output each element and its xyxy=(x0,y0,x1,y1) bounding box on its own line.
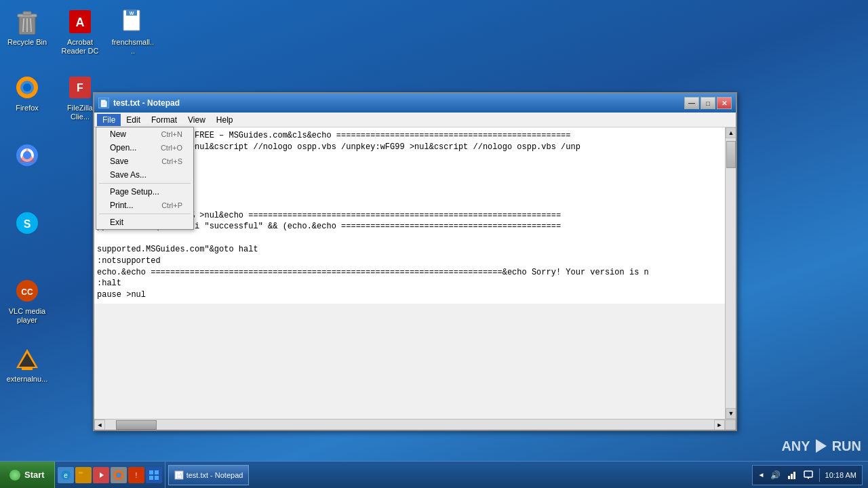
svg-rect-40 xyxy=(155,476,159,480)
menu-item-exit[interactable]: Exit xyxy=(96,216,193,229)
ccleaner-icon: CC xyxy=(14,277,41,304)
svg-line-3 xyxy=(23,18,24,32)
taskbar-media-icon[interactable] xyxy=(93,467,109,483)
tray-volume-icon[interactable]: 🔊 xyxy=(770,470,781,481)
minimize-button[interactable]: — xyxy=(684,97,699,109)
svg-marker-47 xyxy=(807,477,810,479)
svg-point-34 xyxy=(116,472,121,478)
scroll-thumb-h[interactable] xyxy=(116,420,157,430)
taskbar-right: ◄ 🔊 10:18 AM xyxy=(747,465,868,485)
desktop-icon-recycle-bin[interactable]: Recycle Bin xyxy=(3,5,52,49)
svg-rect-38 xyxy=(155,470,159,474)
svg-rect-29 xyxy=(79,473,88,480)
svg-text:W: W xyxy=(130,11,134,16)
svg-point-13 xyxy=(23,83,31,92)
start-button[interactable]: Start xyxy=(0,462,55,489)
tray-expand-icon[interactable]: ◄ xyxy=(758,471,765,479)
frenchsmall-icon: W xyxy=(119,8,146,35)
tray-divider xyxy=(819,468,820,482)
taskbar-security-icon[interactable]: ! xyxy=(128,467,144,483)
chrome-icon xyxy=(14,142,41,169)
frenchsmall-label: frenchsmall.... xyxy=(111,38,155,56)
menu-item-print[interactable]: Print... Ctrl+P xyxy=(96,199,193,212)
svg-text:CC: CC xyxy=(21,287,33,297)
vlc-label: externalnu... xyxy=(7,375,48,384)
scroll-right-button[interactable]: ► xyxy=(714,420,725,430)
recycle-bin-icon xyxy=(14,8,41,35)
tray-action-center-icon[interactable] xyxy=(803,470,814,481)
firefox-icon xyxy=(14,74,41,101)
svg-marker-26 xyxy=(816,439,827,453)
menu-view[interactable]: View xyxy=(182,114,211,126)
taskbar-notepad-button[interactable]: 📄 test.txt - Notepad xyxy=(168,465,250,485)
menu-item-save[interactable]: Save Ctrl+S xyxy=(96,155,193,168)
desktop-icon-acrobat[interactable]: A Acrobat Reader DC xyxy=(56,5,104,58)
taskbar-folder-icon[interactable] xyxy=(75,467,92,483)
menu-help[interactable]: Help xyxy=(211,114,239,126)
menu-item-new[interactable]: New Ctrl+N xyxy=(96,127,193,141)
clock[interactable]: 10:18 AM xyxy=(825,471,856,479)
recycle-bin-label: Recycle Bin xyxy=(7,38,47,47)
svg-text:e: e xyxy=(64,472,68,479)
desktop-icon-ccleaner[interactable]: CC VLC media player xyxy=(3,274,52,327)
desktop-icon-vlc[interactable]: externalnu... xyxy=(3,342,52,386)
close-button[interactable]: ✕ xyxy=(717,97,732,109)
anyrun-play-icon xyxy=(813,438,829,454)
taskbar: Start e ! 📄 t xyxy=(0,461,868,488)
menu-separator-2 xyxy=(99,214,191,214)
menu-item-open[interactable]: Open... Ctrl+O xyxy=(96,141,193,155)
window-controls: — □ ✕ xyxy=(684,97,732,109)
menu-format[interactable]: Format xyxy=(146,114,182,126)
vlc-icon xyxy=(14,345,41,372)
menubar: File Edit Format View Help xyxy=(94,113,736,127)
svg-rect-39 xyxy=(149,476,153,480)
desktop: Recycle Bin A Acrobat Reader DC W french… xyxy=(0,0,868,488)
svg-rect-46 xyxy=(804,471,812,477)
menu-separator-1 xyxy=(99,183,191,184)
svg-text:A: A xyxy=(76,16,85,29)
menu-edit[interactable]: Edit xyxy=(121,114,146,126)
taskbar-items: 📄 test.txt - Notepad xyxy=(165,462,747,488)
svg-text:!: ! xyxy=(135,472,137,479)
desktop-icon-chrome[interactable] xyxy=(3,139,52,174)
file-dropdown-menu: New Ctrl+N Open... Ctrl+O Save Ctrl+S Sa… xyxy=(96,127,194,230)
acrobat-icon: A xyxy=(66,8,94,35)
skype-icon: S xyxy=(14,209,41,237)
acrobat-label: Acrobat Reader DC xyxy=(58,38,102,56)
notepad-title-icon: 📄 xyxy=(98,98,109,108)
tray-network-icon[interactable] xyxy=(787,470,797,481)
anyrun-run-label: RUN xyxy=(832,439,861,454)
ccleaner-label: VLC media player xyxy=(5,307,49,325)
anyrun-label: ANY xyxy=(781,439,810,454)
filezilla-icon: F xyxy=(66,74,94,101)
desktop-icon-frenchsmall[interactable]: W frenchsmall.... xyxy=(108,5,157,58)
scroll-up-button[interactable]: ▲ xyxy=(726,127,736,138)
scroll-down-button[interactable]: ▼ xyxy=(726,408,736,419)
taskbar-ie-icon[interactable]: e xyxy=(58,467,74,483)
taskbar-windows-icon[interactable] xyxy=(146,467,162,483)
svg-text:📄: 📄 xyxy=(176,472,182,479)
svg-text:S: S xyxy=(24,218,31,230)
svg-text:F: F xyxy=(77,82,83,94)
svg-rect-30 xyxy=(79,472,83,474)
scroll-thumb-v[interactable] xyxy=(726,141,736,168)
scrollbar-horizontal[interactable]: ◄ ► xyxy=(94,419,736,430)
svg-line-5 xyxy=(31,18,31,32)
maximize-button[interactable]: □ xyxy=(701,97,715,109)
svg-rect-45 xyxy=(793,472,795,479)
taskbar-browser-icon[interactable] xyxy=(111,467,127,483)
start-orb-icon xyxy=(9,470,20,481)
svg-point-18 xyxy=(23,151,31,159)
svg-rect-2 xyxy=(23,12,31,15)
firefox-label: Firefox xyxy=(16,104,39,113)
svg-rect-43 xyxy=(788,476,790,479)
svg-rect-37 xyxy=(149,470,153,474)
window-title: 📄 test.txt - Notepad xyxy=(98,98,180,108)
menu-item-page-setup[interactable]: Page Setup... xyxy=(96,185,193,199)
desktop-icon-skype[interactable]: S xyxy=(3,207,52,242)
scroll-left-button[interactable]: ◄ xyxy=(94,420,105,430)
menu-item-save-as[interactable]: Save As... xyxy=(96,168,193,182)
desktop-icon-firefox[interactable]: Firefox xyxy=(3,71,52,115)
menu-file[interactable]: File xyxy=(97,114,121,126)
svg-rect-44 xyxy=(791,474,793,479)
